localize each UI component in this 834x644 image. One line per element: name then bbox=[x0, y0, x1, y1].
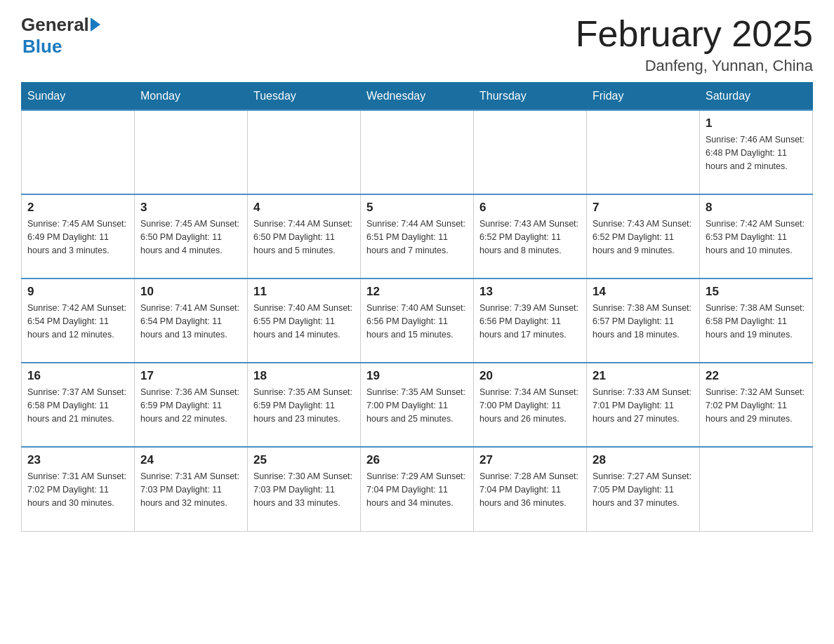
table-row: 12Sunrise: 7:40 AM Sunset: 6:56 PM Dayli… bbox=[361, 279, 474, 363]
day-info: Sunrise: 7:40 AM Sunset: 6:55 PM Dayligh… bbox=[253, 302, 355, 341]
day-info: Sunrise: 7:41 AM Sunset: 6:54 PM Dayligh… bbox=[140, 302, 241, 341]
day-info: Sunrise: 7:42 AM Sunset: 6:53 PM Dayligh… bbox=[706, 217, 807, 257]
day-number: 28 bbox=[593, 453, 694, 467]
day-info: Sunrise: 7:46 AM Sunset: 6:48 PM Dayligh… bbox=[706, 133, 807, 173]
title-block: February 2025 Danfeng, Yunnan, China bbox=[576, 14, 813, 75]
day-info: Sunrise: 7:35 AM Sunset: 7:00 PM Dayligh… bbox=[366, 386, 468, 425]
table-row: 27Sunrise: 7:28 AM Sunset: 7:04 PM Dayli… bbox=[474, 447, 587, 531]
calendar-week-row: 1Sunrise: 7:46 AM Sunset: 6:48 PM Daylig… bbox=[22, 110, 813, 194]
table-row: 26Sunrise: 7:29 AM Sunset: 7:04 PM Dayli… bbox=[361, 447, 474, 531]
location-subtitle: Danfeng, Yunnan, China bbox=[576, 57, 813, 75]
calendar-header-row: Sunday Monday Tuesday Wednesday Thursday… bbox=[22, 83, 813, 111]
day-number: 14 bbox=[593, 285, 694, 299]
day-number: 11 bbox=[253, 285, 355, 299]
day-number: 2 bbox=[27, 201, 128, 215]
day-info: Sunrise: 7:42 AM Sunset: 6:54 PM Dayligh… bbox=[27, 302, 128, 341]
day-number: 25 bbox=[253, 453, 355, 467]
day-number: 9 bbox=[27, 285, 128, 299]
day-info: Sunrise: 7:38 AM Sunset: 6:58 PM Dayligh… bbox=[706, 302, 807, 341]
day-number: 4 bbox=[253, 201, 355, 215]
table-row: 14Sunrise: 7:38 AM Sunset: 6:57 PM Dayli… bbox=[587, 279, 700, 363]
day-number: 3 bbox=[140, 201, 241, 215]
table-row: 6Sunrise: 7:43 AM Sunset: 6:52 PM Daylig… bbox=[474, 194, 587, 279]
table-row bbox=[248, 110, 361, 194]
day-info: Sunrise: 7:45 AM Sunset: 6:50 PM Dayligh… bbox=[140, 217, 241, 257]
table-row: 20Sunrise: 7:34 AM Sunset: 7:00 PM Dayli… bbox=[474, 363, 587, 447]
col-friday: Friday bbox=[587, 83, 700, 111]
table-row bbox=[700, 447, 813, 531]
col-thursday: Thursday bbox=[474, 83, 587, 111]
day-info: Sunrise: 7:43 AM Sunset: 6:52 PM Dayligh… bbox=[479, 217, 581, 257]
col-saturday: Saturday bbox=[700, 83, 813, 111]
page-header: General Blue February 2025 Danfeng, Yunn… bbox=[21, 14, 813, 75]
day-info: Sunrise: 7:44 AM Sunset: 6:50 PM Dayligh… bbox=[253, 217, 355, 257]
day-number: 18 bbox=[253, 369, 355, 383]
calendar-week-row: 16Sunrise: 7:37 AM Sunset: 6:58 PM Dayli… bbox=[22, 363, 813, 447]
table-row: 8Sunrise: 7:42 AM Sunset: 6:53 PM Daylig… bbox=[700, 194, 813, 279]
day-number: 21 bbox=[593, 369, 694, 383]
table-row: 24Sunrise: 7:31 AM Sunset: 7:03 PM Dayli… bbox=[135, 447, 248, 531]
day-info: Sunrise: 7:40 AM Sunset: 6:56 PM Dayligh… bbox=[366, 302, 468, 341]
day-number: 10 bbox=[140, 285, 241, 299]
day-number: 5 bbox=[366, 201, 468, 215]
day-number: 22 bbox=[706, 369, 807, 383]
logo-arrow-icon bbox=[91, 18, 100, 32]
table-row: 1Sunrise: 7:46 AM Sunset: 6:48 PM Daylig… bbox=[700, 110, 813, 194]
month-title: February 2025 bbox=[576, 14, 813, 54]
table-row: 4Sunrise: 7:44 AM Sunset: 6:50 PM Daylig… bbox=[248, 194, 361, 279]
day-info: Sunrise: 7:37 AM Sunset: 6:58 PM Dayligh… bbox=[27, 386, 128, 425]
day-info: Sunrise: 7:43 AM Sunset: 6:52 PM Dayligh… bbox=[593, 217, 694, 257]
day-info: Sunrise: 7:38 AM Sunset: 6:57 PM Dayligh… bbox=[593, 302, 694, 341]
table-row: 7Sunrise: 7:43 AM Sunset: 6:52 PM Daylig… bbox=[587, 194, 700, 279]
day-info: Sunrise: 7:29 AM Sunset: 7:04 PM Dayligh… bbox=[366, 470, 468, 509]
day-info: Sunrise: 7:45 AM Sunset: 6:49 PM Dayligh… bbox=[27, 217, 128, 257]
calendar-week-row: 9Sunrise: 7:42 AM Sunset: 6:54 PM Daylig… bbox=[22, 279, 813, 363]
table-row: 18Sunrise: 7:35 AM Sunset: 6:59 PM Dayli… bbox=[248, 363, 361, 447]
day-number: 16 bbox=[27, 369, 128, 383]
table-row: 5Sunrise: 7:44 AM Sunset: 6:51 PM Daylig… bbox=[361, 194, 474, 279]
day-number: 8 bbox=[706, 201, 807, 215]
day-info: Sunrise: 7:31 AM Sunset: 7:02 PM Dayligh… bbox=[27, 470, 128, 509]
day-number: 23 bbox=[27, 453, 128, 467]
table-row: 23Sunrise: 7:31 AM Sunset: 7:02 PM Dayli… bbox=[22, 447, 135, 531]
table-row: 9Sunrise: 7:42 AM Sunset: 6:54 PM Daylig… bbox=[22, 279, 135, 363]
day-info: Sunrise: 7:36 AM Sunset: 6:59 PM Dayligh… bbox=[140, 386, 241, 425]
table-row bbox=[135, 110, 248, 194]
day-number: 19 bbox=[366, 369, 468, 383]
day-info: Sunrise: 7:32 AM Sunset: 7:02 PM Dayligh… bbox=[706, 386, 807, 425]
day-number: 27 bbox=[479, 453, 581, 467]
table-row bbox=[587, 110, 700, 194]
col-tuesday: Tuesday bbox=[248, 83, 361, 111]
day-number: 6 bbox=[479, 201, 581, 215]
day-number: 13 bbox=[479, 285, 581, 299]
table-row: 22Sunrise: 7:32 AM Sunset: 7:02 PM Dayli… bbox=[700, 363, 813, 447]
table-row: 11Sunrise: 7:40 AM Sunset: 6:55 PM Dayli… bbox=[248, 279, 361, 363]
table-row: 17Sunrise: 7:36 AM Sunset: 6:59 PM Dayli… bbox=[135, 363, 248, 447]
col-monday: Monday bbox=[135, 83, 248, 111]
day-info: Sunrise: 7:44 AM Sunset: 6:51 PM Dayligh… bbox=[366, 217, 468, 257]
col-wednesday: Wednesday bbox=[361, 83, 474, 111]
day-info: Sunrise: 7:33 AM Sunset: 7:01 PM Dayligh… bbox=[593, 386, 694, 425]
table-row: 2Sunrise: 7:45 AM Sunset: 6:49 PM Daylig… bbox=[22, 194, 135, 279]
day-info: Sunrise: 7:31 AM Sunset: 7:03 PM Dayligh… bbox=[140, 470, 241, 509]
day-info: Sunrise: 7:30 AM Sunset: 7:03 PM Dayligh… bbox=[253, 470, 355, 509]
day-number: 26 bbox=[366, 453, 468, 467]
day-info: Sunrise: 7:35 AM Sunset: 6:59 PM Dayligh… bbox=[253, 386, 355, 425]
day-number: 12 bbox=[366, 285, 468, 299]
logo-blue: Blue bbox=[22, 36, 62, 58]
table-row: 25Sunrise: 7:30 AM Sunset: 7:03 PM Dayli… bbox=[248, 447, 361, 531]
logo: General Blue bbox=[21, 14, 100, 58]
table-row: 3Sunrise: 7:45 AM Sunset: 6:50 PM Daylig… bbox=[135, 194, 248, 279]
day-info: Sunrise: 7:28 AM Sunset: 7:04 PM Dayligh… bbox=[479, 470, 581, 509]
calendar-week-row: 23Sunrise: 7:31 AM Sunset: 7:02 PM Dayli… bbox=[22, 447, 813, 531]
calendar-table: Sunday Monday Tuesday Wednesday Thursday… bbox=[21, 82, 813, 532]
day-number: 20 bbox=[479, 369, 581, 383]
table-row: 19Sunrise: 7:35 AM Sunset: 7:00 PM Dayli… bbox=[361, 363, 474, 447]
day-number: 15 bbox=[706, 285, 807, 299]
table-row: 16Sunrise: 7:37 AM Sunset: 6:58 PM Dayli… bbox=[22, 363, 135, 447]
calendar-week-row: 2Sunrise: 7:45 AM Sunset: 6:49 PM Daylig… bbox=[22, 194, 813, 279]
table-row: 21Sunrise: 7:33 AM Sunset: 7:01 PM Dayli… bbox=[587, 363, 700, 447]
table-row: 10Sunrise: 7:41 AM Sunset: 6:54 PM Dayli… bbox=[135, 279, 248, 363]
table-row: 13Sunrise: 7:39 AM Sunset: 6:56 PM Dayli… bbox=[474, 279, 587, 363]
logo-general: General bbox=[21, 14, 89, 36]
